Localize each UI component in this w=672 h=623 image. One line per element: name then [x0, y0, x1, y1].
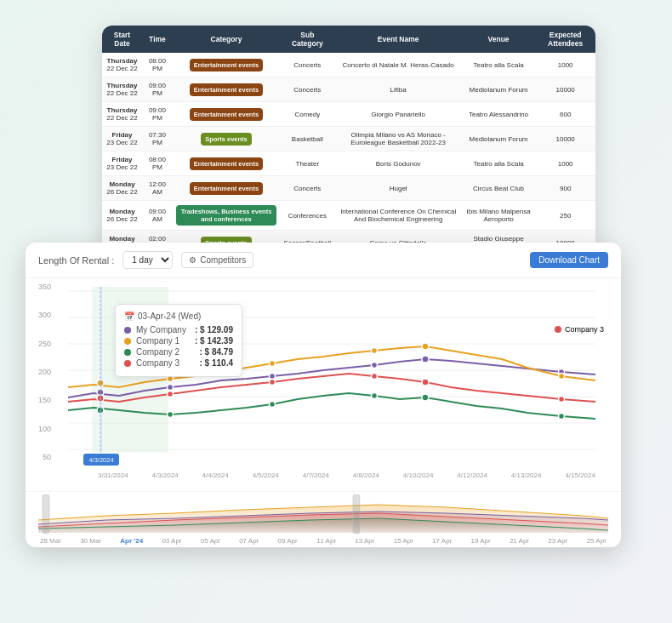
- cell-event-name: Boris Godunov: [335, 151, 462, 176]
- cell-subcategory: Theater: [280, 151, 334, 176]
- svg-point-21: [559, 374, 565, 380]
- y-label-350: 350: [26, 283, 55, 291]
- length-select[interactable]: 1 day: [122, 251, 173, 269]
- cell-time: 07:30 PM: [142, 127, 173, 151]
- tooltip-value-company2: : $ 84.79: [200, 347, 233, 357]
- download-chart-button[interactable]: Download Chart: [530, 252, 608, 268]
- tooltip-row-company3: Company 3 : $ 110.4: [124, 358, 233, 368]
- cell-date: Thursday22 Dec 22: [102, 77, 142, 102]
- svg-point-28: [270, 380, 276, 386]
- x-label-4: 4/5/2024: [253, 472, 279, 479]
- cell-category: Tradeshows, Business events and conferen…: [173, 201, 280, 231]
- mini-x-11apr: 11 Apr: [316, 537, 336, 545]
- tooltip-dot-company3: [124, 360, 131, 367]
- cell-time: 12:00 AM: [142, 176, 173, 201]
- cell-category: Entertainment events: [173, 53, 280, 77]
- competitors-button[interactable]: ⚙ Competitors: [181, 252, 253, 268]
- x-label-2: 4/3/2024: [152, 472, 179, 479]
- cell-subcategory: Concerts: [280, 53, 334, 77]
- svg-point-15: [422, 356, 429, 363]
- y-label-300: 300: [26, 311, 55, 319]
- col-category: Category: [173, 26, 280, 53]
- svg-point-12: [168, 385, 174, 391]
- cell-attendees: 250: [535, 201, 595, 231]
- mini-x-17apr: 17 Apr: [432, 537, 452, 545]
- svg-point-30: [422, 379, 429, 386]
- mini-x-30mar: 30 Mar: [80, 537, 101, 545]
- cell-venue: Circus Beat Club: [462, 176, 536, 201]
- competitors-label: Competitors: [200, 255, 246, 265]
- mini-x-13apr: 13 Apr: [355, 537, 374, 545]
- y-label-200: 200: [26, 368, 55, 376]
- table-row: Thursday22 Dec 22 09:00 PM Entertainment…: [102, 77, 595, 102]
- mini-chart-area: 28 Mar 30 Mar Apr '24 03 Apr 05 Apr 07 A…: [26, 491, 621, 547]
- chart-header: Length Of Rental : 1 day ⚙ Competitors D…: [26, 243, 621, 278]
- svg-point-20: [422, 343, 429, 350]
- calendar-icon: 📅: [124, 312, 134, 321]
- main-container: Start Date Time Category Sub Category Ev…: [0, 0, 672, 623]
- svg-point-25: [422, 394, 429, 401]
- mini-x-03apr: 03 Apr: [162, 537, 181, 545]
- x-label-9: 4/13/2024: [511, 472, 542, 479]
- cell-event-name: Giorgio Panariello: [335, 102, 462, 127]
- svg-point-26: [559, 414, 565, 420]
- svg-point-24: [372, 393, 378, 399]
- cell-venue: Teatro alla Scala: [462, 53, 536, 77]
- svg-point-29: [372, 374, 378, 380]
- cell-venue: Mediolanum Forum: [462, 127, 536, 151]
- x-label-1: 3/31/2024: [98, 472, 128, 479]
- col-attendees: Expected Attendees: [535, 26, 595, 53]
- tooltip-value-company3: : $ 110.4: [200, 358, 233, 368]
- col-time: Time: [142, 26, 173, 53]
- chart-area: 350 300 250 200 150 100 50 Company 3: [26, 278, 621, 491]
- x-label-10: 4/15/2024: [565, 472, 595, 479]
- col-start-date: Start Date: [102, 26, 142, 53]
- mini-x-07apr: 07 Apr: [239, 537, 259, 545]
- col-event-name: Event Name: [335, 26, 462, 53]
- tooltip-dot-company1: [124, 338, 131, 345]
- svg-point-18: [270, 361, 276, 367]
- x-label-7: 4/10/2024: [403, 472, 434, 479]
- cell-event-name: International Conference On Chemical And…: [335, 201, 462, 231]
- svg-rect-39: [43, 494, 49, 534]
- mini-x-09apr: 09 Apr: [278, 537, 298, 545]
- mini-x-15apr: 15 Apr: [394, 537, 413, 545]
- cell-venue: Mediolanum Forum: [462, 77, 536, 102]
- svg-text:4/3/2024: 4/3/2024: [88, 456, 113, 464]
- cell-venue: Ibis Milano Malpensa Aeroporto: [462, 201, 536, 231]
- cell-venue: Teatro Alessandrino: [462, 102, 536, 127]
- cell-venue: Teatro alla Scala: [462, 151, 536, 176]
- cell-attendees: 900: [535, 176, 595, 201]
- tooltip-row-company2: Company 2 : $ 84.79: [124, 347, 233, 357]
- cell-category: Entertainment events: [173, 176, 280, 201]
- tooltip-row-mycompany: My Company : $ 129.09: [124, 325, 233, 334]
- mini-x-axis: 28 Mar 30 Mar Apr '24 03 Apr 05 Apr 07 A…: [38, 537, 608, 545]
- cell-date: Friday23 Dec 22: [102, 127, 142, 151]
- cell-category: Sports events: [173, 127, 280, 151]
- tooltip-value-company1: : $ 142.39: [195, 336, 233, 346]
- y-label-150: 150: [26, 396, 55, 404]
- tooltip-label-mycompany: My Company: [136, 325, 190, 334]
- length-label: Length Of Rental :: [38, 255, 114, 266]
- y-label-50: 50: [26, 453, 55, 461]
- cell-time: 09:00 PM: [142, 77, 173, 102]
- table-row: Friday23 Dec 22 07:30 PM Sports events B…: [102, 127, 595, 151]
- x-label-5: 4/7/2024: [303, 472, 329, 479]
- chart-tooltip: 📅 03-Apr-24 (Wed) My Company : $ 129.09 …: [115, 304, 242, 377]
- cell-date: Thursday22 Dec 22: [102, 53, 142, 77]
- chart-svg-wrapper: 4/3/2024 📅 03-Apr-24 (Wed) My Company : …: [68, 287, 608, 470]
- y-label-250: 250: [26, 340, 55, 348]
- x-label-6: 4/8/2024: [353, 472, 379, 479]
- mini-x-28mar: 28 Mar: [40, 537, 61, 545]
- cell-subcategory: Conferences: [280, 201, 334, 231]
- table-row: Monday26 Dec 22 09:00 AM Tradeshows, Bus…: [102, 201, 595, 231]
- cell-time: 08:00 PM: [142, 151, 173, 176]
- cell-date: Thursday22 Dec 22: [102, 102, 142, 127]
- tooltip-label-company1: Company 1: [136, 336, 190, 346]
- mini-x-apr24: Apr '24: [120, 537, 143, 545]
- col-sub-category: Sub Category: [280, 26, 334, 53]
- cell-event-name: Hugel: [335, 176, 462, 201]
- col-venue: Venue: [462, 26, 536, 53]
- tooltip-label-company3: Company 3: [136, 358, 195, 368]
- y-label-100: 100: [26, 425, 55, 433]
